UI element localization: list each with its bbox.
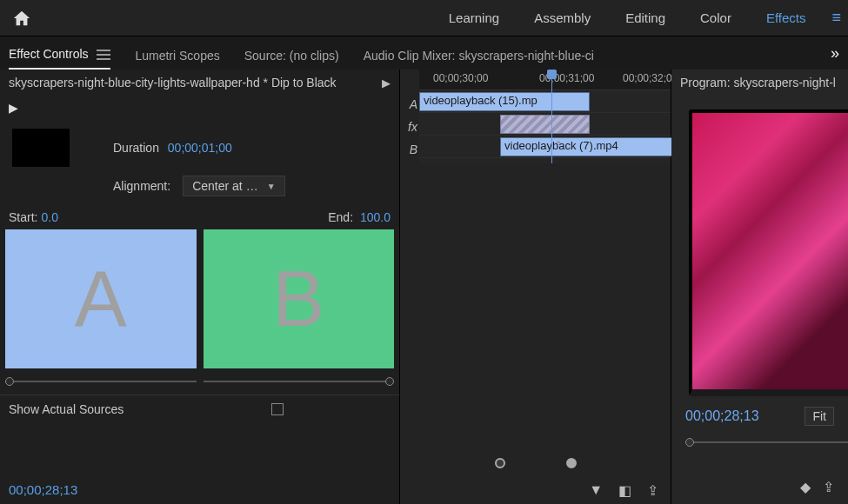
start-slider[interactable] [5,377,197,386]
snapshot-icon[interactable]: ◧ [618,482,631,499]
tab-program[interactable]: Program: skyscrapers-night-l [680,76,836,90]
workspace-overflow-icon[interactable]: ≡ [831,9,841,27]
alignment-value: Center at … [192,179,257,193]
tab-audio-clip-mixer[interactable]: Audio Clip Mixer: skyscrapers-night-blue… [364,49,594,70]
program-scrubber[interactable] [671,436,848,448]
alignment-label: Alignment: [113,179,170,193]
track-label-fx: fx [400,113,419,136]
home-icon[interactable] [7,3,37,33]
zoom-handle-left[interactable] [495,458,505,468]
workspace-effects[interactable]: Effects [766,10,806,25]
clip-title: skyscrapers-night-blue-city-lights-wallp… [9,76,337,90]
workspace-color[interactable]: Color [700,10,731,25]
tab-lumetri-scopes[interactable]: Lumetri Scopes [135,49,219,70]
filter-icon[interactable]: ▼ [589,482,603,499]
end-slider[interactable] [204,377,395,386]
transition-clip[interactable] [500,115,590,134]
duration-value[interactable]: 00;00;01;00 [168,141,232,155]
export-frame-icon[interactable]: ⇪ [823,479,834,495]
program-monitor-preview [689,109,848,396]
tab-source[interactable]: Source: (no clips) [244,49,339,70]
ruler-tick: 00;00;32;00 [623,72,678,84]
workspace-editing[interactable]: Editing [625,10,665,25]
track-expand-icon[interactable]: ⌃ [554,139,563,151]
thumb-a: A [5,229,197,368]
workspace-assembly[interactable]: Assembly [534,10,591,25]
playback-icon[interactable]: ▶ [9,101,18,115]
effect-controls-timecode[interactable]: 00;00;28;13 [0,475,399,504]
track-label-b: B [400,136,419,158]
playhead[interactable] [551,70,552,163]
tab-effect-controls-label: Effect Controls [9,47,89,61]
tab-effect-controls[interactable]: Effect Controls [9,47,110,70]
timeline-ruler[interactable]: 00;00;30;00 00;00;31;00 00;00;32;00 [419,70,671,90]
program-timecode[interactable]: 00;00;28;13 [685,408,759,424]
marker-icon[interactable]: ◆ [800,479,811,495]
ruler-tick: 00;00;30;00 [433,72,488,84]
workspace-learning[interactable]: Learning [449,10,499,25]
thumb-b: B [204,229,395,368]
duration-label: Duration [113,141,159,155]
clip-b[interactable]: videoplayback (7).mp4 [500,137,674,156]
zoom-handle-right[interactable] [566,458,577,468]
alignment-select[interactable]: Center at … ▼ [183,176,284,196]
start-field[interactable]: Start:0.0 [9,210,200,224]
clip-a[interactable]: videoplayback (15).mp [419,92,590,111]
export-icon[interactable]: ⇪ [647,482,658,499]
show-actual-sources-checkbox[interactable] [271,403,284,415]
zoom-select[interactable]: Fit [805,407,834,426]
end-field[interactable]: End: 100.0 [200,210,391,224]
tabs-overflow-icon[interactable]: » [831,44,839,70]
play-arrow-icon[interactable]: ▶ [382,76,391,90]
show-actual-sources-label: Show Actual Sources [9,402,124,416]
track-label-a: A [400,90,419,113]
chevron-down-icon: ▼ [267,182,276,191]
panel-menu-icon[interactable] [97,50,110,60]
transition-preview-thumb [12,129,70,167]
